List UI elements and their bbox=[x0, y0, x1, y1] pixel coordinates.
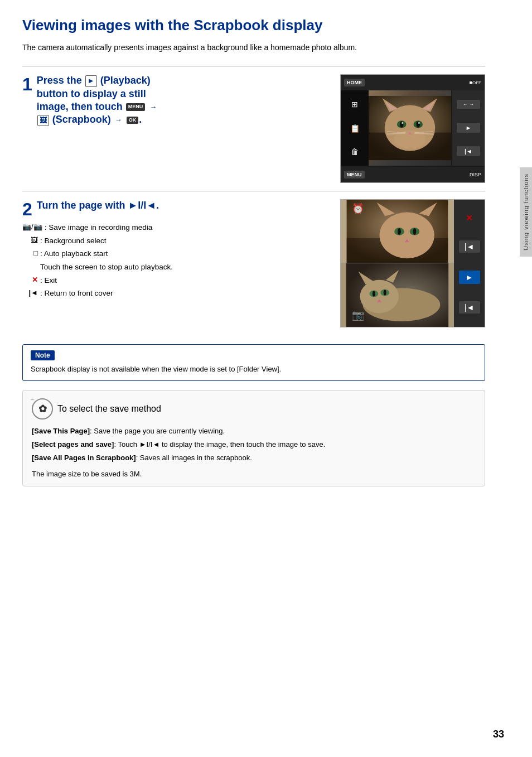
arrow2: → bbox=[115, 115, 122, 124]
step2-title-text: Turn the page with ►I/I◄. bbox=[37, 200, 159, 211]
step2-icon-list: 📷/📷 : Save image in recording media 🖼 : … bbox=[22, 221, 329, 300]
tip-section: ✿ ··· To select the save method [Save Th… bbox=[22, 390, 485, 486]
tip-label-1: [Save This Page] bbox=[32, 427, 90, 435]
bg-text: : Background select bbox=[40, 235, 107, 247]
copy-icon: 📋 bbox=[350, 124, 360, 133]
camera-main-image-1 bbox=[369, 90, 451, 166]
camera-right-controls-1: ← → ► |◄ bbox=[452, 90, 485, 166]
side-tab-text: Using viewing functions bbox=[523, 173, 529, 250]
note-text: Scrapbook display is not available when … bbox=[31, 364, 477, 375]
return-icon: |◄ bbox=[22, 287, 38, 299]
skip-back-btn-1: |◄ bbox=[457, 146, 480, 156]
scrapbook-icon-badge: 🖼 bbox=[37, 115, 49, 126]
svg-point-12 bbox=[418, 122, 420, 124]
trash-icon: 🗑 bbox=[351, 147, 359, 156]
svg-point-33 bbox=[360, 280, 399, 313]
tip-text-1: : Save the page you are currently viewin… bbox=[90, 427, 225, 435]
camera-left-icons: ⊞ 📋 🗑 bbox=[341, 90, 369, 166]
svg-point-18 bbox=[394, 131, 426, 149]
next-btn-1: ► bbox=[457, 123, 480, 133]
page-number: 33 bbox=[493, 729, 504, 740]
list-item-exit: ✕ : Exit bbox=[22, 274, 329, 287]
tip-item-2: [Select pages and save]: Touch ►I/I◄ to … bbox=[32, 438, 476, 451]
lr-arrow-btn: ← → bbox=[457, 100, 480, 109]
step2-number: 2 bbox=[22, 200, 32, 218]
return-text: : Return to front cover bbox=[40, 287, 113, 300]
camera-ui-2: ⏰ bbox=[340, 199, 485, 327]
svg-point-22 bbox=[380, 213, 434, 259]
note-label: Note bbox=[31, 350, 55, 360]
list-item-auto: □ : Auto playback start bbox=[22, 248, 329, 260]
svg-point-28 bbox=[413, 228, 417, 235]
svg-point-10 bbox=[417, 121, 420, 128]
exit-icon: ✕ bbox=[22, 274, 38, 286]
menu-btn-1: MENU bbox=[344, 171, 365, 179]
touch-stop-text: Touch the screen to stop auto playback. bbox=[40, 261, 173, 273]
svg-point-38 bbox=[373, 291, 375, 297]
auto-icon: □ bbox=[22, 248, 38, 259]
list-item-bg: 🖼 : Background select bbox=[22, 235, 329, 247]
camera-top-bar: HOME ■OFF bbox=[341, 75, 485, 90]
list-item-return: |◄ : Return to front cover bbox=[22, 287, 329, 300]
step2-title: Turn the page with ►I/I◄. bbox=[37, 199, 159, 212]
camera-ui-1: HOME ■OFF ⊞ 📋 🗑 bbox=[340, 74, 485, 183]
list-item-touch-stop: Touch the screen to stop auto playback. bbox=[22, 261, 329, 273]
menu-badge: MENU bbox=[126, 103, 146, 111]
svg-point-39 bbox=[384, 290, 386, 296]
step1-section: 1 Press the ► (Playback) button to displ… bbox=[22, 66, 485, 191]
auto-text: : Auto playback start bbox=[40, 248, 108, 260]
step2-left: 2 Turn the page with ►I/I◄. 📷/📷 : Save i… bbox=[22, 199, 329, 301]
page-title: Viewing images with the Scrapbook displa… bbox=[22, 17, 485, 34]
cam2-prev-btn: |◄ bbox=[459, 301, 480, 314]
tip-footer: The image size to be saved is 3M. bbox=[32, 470, 476, 478]
camera-bottom-bar-1: MENU DISP bbox=[341, 167, 485, 182]
svg-point-11 bbox=[402, 122, 403, 124]
side-tab: Using viewing functions bbox=[520, 167, 532, 257]
playback-icon-badge: ► bbox=[85, 75, 97, 86]
note-section: Note Scrapbook display is not available … bbox=[22, 344, 485, 381]
cam2-top-photo: ⏰ bbox=[341, 200, 454, 263]
step2-section: 2 Turn the page with ►I/I◄. 📷/📷 : Save i… bbox=[22, 191, 485, 335]
cam2-play-btn: ► bbox=[459, 271, 480, 284]
step1-left: 1 Press the ► (Playback) button to displ… bbox=[22, 74, 329, 134]
tip-text-3: : Saves all images in the scrapbook. bbox=[136, 454, 252, 462]
cam2-main-area: ⏰ bbox=[341, 200, 454, 327]
grid-icon: ⊞ bbox=[351, 100, 358, 109]
cam2-exit-btn: ✕ bbox=[466, 213, 473, 223]
cam2-skip-btn: |◄ bbox=[459, 240, 480, 253]
tip-body: [Save This Page]: Save the page you are … bbox=[32, 425, 476, 464]
step1-camera-display: HOME ■OFF ⊞ 📋 🗑 bbox=[340, 74, 485, 183]
step1-title: Press the ► (Playback) button to display… bbox=[37, 74, 158, 127]
svg-text:📷: 📷 bbox=[352, 309, 365, 321]
save-icon: 📷/📷 bbox=[22, 221, 42, 233]
svg-point-9 bbox=[400, 121, 404, 128]
tip-header: ✿ ··· To select the save method bbox=[32, 398, 476, 420]
home-btn: HOME bbox=[344, 79, 365, 86]
step1-number: 1 bbox=[22, 75, 32, 93]
step2-content: 📷/📷 : Save image in recording media 🖼 : … bbox=[22, 221, 329, 300]
page-subtitle: The camera automatically presents images… bbox=[22, 42, 485, 54]
arrow1: → bbox=[149, 103, 157, 111]
cam2-side-controls: ✕ |◄ ► |◄ bbox=[454, 200, 485, 327]
svg-point-27 bbox=[398, 228, 401, 235]
tip-icon: ✿ ··· bbox=[32, 398, 53, 420]
cam2-bottom-photo: 📷 bbox=[341, 263, 454, 327]
tip-label-2: [Select pages and save] bbox=[32, 440, 114, 449]
step1-playback-label: (Playback) bbox=[100, 75, 151, 86]
svg-text:⏰: ⏰ bbox=[352, 202, 365, 215]
tip-label-3: [Save All Pages in Scrapbook] bbox=[32, 454, 136, 462]
step2-camera-display: ⏰ bbox=[340, 199, 485, 327]
tip-item-1: [Save This Page]: Save the page you are … bbox=[32, 425, 476, 437]
disp-btn-1: DISP bbox=[470, 172, 481, 177]
tip-title: To select the save method bbox=[57, 404, 161, 414]
ok-badge: OK bbox=[127, 117, 139, 124]
exit-text: : Exit bbox=[40, 274, 57, 287]
list-item-save: 📷/📷 : Save image in recording media bbox=[22, 221, 329, 234]
bg-icon: 🖼 bbox=[22, 235, 38, 247]
tip-item-3: [Save All Pages in Scrapbook]: Saves all… bbox=[32, 452, 476, 464]
tip-text-2: : Touch ►I/I◄ to display the image, then… bbox=[114, 440, 325, 449]
save-text: : Save image in recording media bbox=[45, 221, 153, 234]
off-btn: ■OFF bbox=[470, 80, 481, 85]
